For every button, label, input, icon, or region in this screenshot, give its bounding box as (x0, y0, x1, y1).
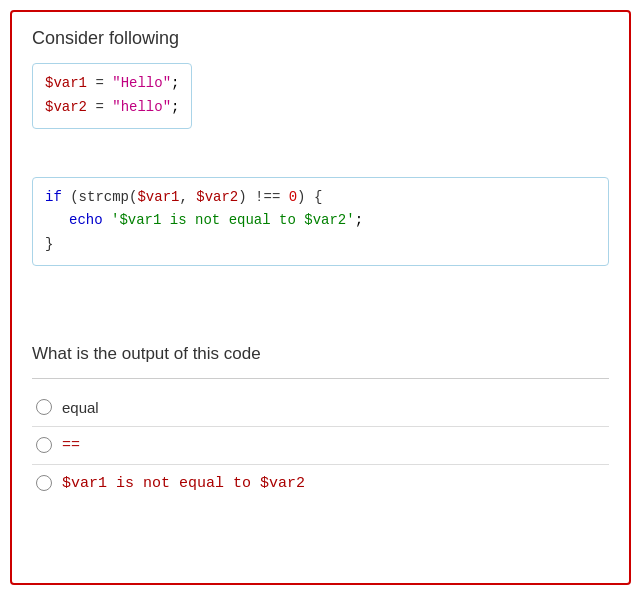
code-assign1: = (87, 75, 112, 91)
radio-option-3[interactable] (36, 475, 52, 491)
code-echo-line: echo '$var1 is not equal to $var2'; (45, 209, 596, 233)
code-if-var2: $var2 (196, 189, 238, 205)
code-close-brace-line: } (45, 233, 596, 257)
code-block-1: $var1 = "Hello"; $var2 = "hello"; (32, 63, 192, 129)
code-if-line: if (strcmp($var1, $var2) !== 0) { (45, 186, 596, 210)
code-open-brace: ) { (297, 189, 322, 205)
code-if-keyword: if (45, 189, 62, 205)
spacer2 (32, 157, 609, 177)
code-comma: , (179, 189, 196, 205)
option-row-2[interactable]: == (32, 427, 609, 465)
option-label-3: $var1 is not equal to $var2 (62, 475, 305, 492)
radio-option-1[interactable] (36, 399, 52, 415)
code-if-var1: $var1 (137, 189, 179, 205)
code-semi1: ; (171, 75, 179, 91)
code-var2: $var2 (45, 99, 87, 115)
spacer4 (32, 294, 609, 314)
code-strcmp-open: (strcmp( (62, 189, 138, 205)
code-echo-keyword: echo (69, 212, 103, 228)
code-var1: $var1 (45, 75, 87, 91)
spacer3 (32, 274, 609, 294)
option-label-1: equal (62, 399, 99, 416)
question-divider (32, 378, 609, 379)
code-close-brace: } (45, 236, 53, 252)
code-assign2: = (87, 99, 112, 115)
code-echo-semi: ; (355, 212, 363, 228)
code-echo-str: '$var1 is not equal to $var2' (103, 212, 355, 228)
main-card: Consider following $var1 = "Hello"; $var… (10, 10, 631, 585)
option-row-1[interactable]: equal (32, 389, 609, 427)
code-semi2: ; (171, 99, 179, 115)
code-zero: 0 (280, 189, 297, 205)
section-title: Consider following (32, 28, 609, 49)
spacer1 (32, 137, 609, 157)
spacer5 (32, 314, 609, 334)
radio-option-2[interactable] (36, 437, 52, 453)
code-val2: "hello" (112, 99, 171, 115)
option-label-2: == (62, 437, 80, 454)
option-row-3[interactable]: $var1 is not equal to $var2 (32, 465, 609, 502)
code-compare: ) !== (238, 189, 280, 205)
code-line-2: $var2 = "hello"; (45, 96, 179, 120)
code-line-1: $var1 = "Hello"; (45, 72, 179, 96)
code-block-2: if (strcmp($var1, $var2) !== 0) { echo '… (32, 177, 609, 266)
question-text: What is the output of this code (32, 344, 609, 364)
code-val1: "Hello" (112, 75, 171, 91)
